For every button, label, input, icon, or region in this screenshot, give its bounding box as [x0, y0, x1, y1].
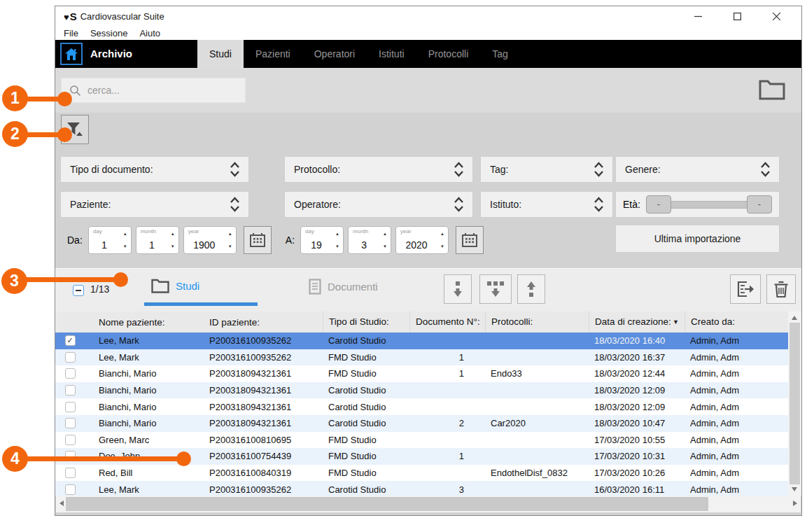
table-row[interactable]: Bianchi, Mario P200318094321361 FMD Stud…: [55, 365, 790, 382]
col-data-di-creazione[interactable]: Data di creazione: ▼: [589, 312, 685, 332]
row-checkbox[interactable]: ✓: [65, 335, 76, 346]
spinner-arrows-icon[interactable]: ▲▼: [440, 232, 444, 248]
col-protocolli[interactable]: Protocolli:: [485, 312, 589, 332]
row-checkbox-cell: [55, 402, 85, 412]
archive-folder-button[interactable]: [758, 78, 786, 102]
spinner-arrows-icon[interactable]: ▲▼: [383, 232, 387, 248]
delete-button[interactable]: [766, 274, 796, 304]
chevron-up-down-icon: [594, 162, 604, 177]
horizontal-scrollbar[interactable]: [56, 496, 801, 512]
cell-id-paziente: P200316100935262: [204, 484, 323, 495]
cell-tipo-di-studio: FMD Studio: [323, 451, 409, 461]
date-range-row: Da: day 1 ▲▼ month 1 ▲▼ year 1900 ▲▼: [60, 225, 491, 255]
spinner-arrows-icon[interactable]: ▲▼: [171, 232, 175, 248]
cell-data-di-creazione: 17/03/2020 10:31: [589, 451, 685, 461]
to-calendar-button[interactable]: [456, 226, 484, 254]
home-button[interactable]: [60, 43, 83, 65]
from-calendar-button[interactable]: [244, 226, 272, 254]
upload-icon: [526, 281, 537, 298]
col-creato-da[interactable]: Creato da:: [685, 312, 790, 332]
horizontal-scroll-thumb[interactable]: [66, 497, 708, 511]
filter-genere[interactable]: Genere:: [615, 156, 780, 183]
col-documento-n[interactable]: Documento N°:: [409, 312, 485, 332]
age-min-handle[interactable]: -: [646, 195, 671, 214]
export-button[interactable]: [730, 274, 761, 304]
filter-tag[interactable]: Tag:: [480, 156, 613, 183]
table-row[interactable]: Bianchi, Mario P200318094321361 Carotid …: [55, 415, 790, 432]
table-row[interactable]: Bianchi, Mario P200318094321361 Carotid …: [55, 382, 790, 399]
chevron-up-down-icon: [454, 162, 464, 177]
cell-protocolli: Endo33: [485, 368, 589, 379]
vertical-scrollbar[interactable]: [788, 312, 801, 496]
scroll-down-icon[interactable]: [792, 487, 797, 491]
from-month-spinner[interactable]: month 1 ▲▼: [136, 226, 179, 254]
table-row[interactable]: Green, Marc P200316100810695 FMD Studio …: [55, 432, 790, 449]
chevron-up-down-icon: [594, 197, 604, 212]
callout-4-line: [20, 456, 185, 461]
filter-operatore[interactable]: Operatore:: [284, 191, 473, 218]
close-button[interactable]: [757, 6, 796, 26]
to-year-spinner[interactable]: year 2020 ▲▼: [395, 226, 449, 254]
filter-eta: Età: - -: [615, 191, 780, 218]
table-row[interactable]: Lee, Mark P200316100935262 Carotid Studi…: [55, 481, 790, 496]
tab-tag[interactable]: Tag: [480, 40, 520, 68]
row-checkbox[interactable]: [65, 402, 76, 412]
callout-1-dot: [57, 92, 72, 106]
table-row[interactable]: ✓ Lee, Mark P200316100935262 Carotid Stu…: [55, 332, 790, 349]
to-day-spinner[interactable]: day 19 ▲▼: [300, 226, 344, 254]
menu-aiuto[interactable]: Aiuto: [139, 28, 160, 38]
last-import-button[interactable]: Ultima importazione: [615, 225, 780, 253]
from-year-spinner[interactable]: year 1900 ▲▼: [183, 226, 237, 254]
table-row[interactable]: Red, Bill P200316100840319 FMD Studio En…: [55, 465, 790, 482]
row-checkbox[interactable]: [65, 368, 76, 379]
cell-id-paziente: P200318094321361: [204, 418, 323, 428]
menu-sessione[interactable]: Sessione: [90, 28, 127, 38]
tab-operatori[interactable]: Operatori: [302, 40, 367, 68]
spinner-arrows-icon[interactable]: ▲▼: [123, 232, 127, 248]
col-tipo-di-studio[interactable]: Tipo di Studio:: [323, 312, 409, 332]
search-input[interactable]: [87, 85, 213, 96]
filter-istituto[interactable]: Istituto:: [480, 191, 613, 218]
menu-file[interactable]: File: [64, 28, 78, 38]
filter-tipo-di-documento[interactable]: Tipo di documento:: [60, 156, 249, 183]
cell-tipo-di-studio: Carotid Studio: [323, 418, 409, 428]
age-max-handle[interactable]: -: [747, 195, 772, 214]
maximize-button[interactable]: [717, 6, 757, 26]
download-one-icon: [452, 281, 463, 298]
row-checkbox[interactable]: [65, 385, 76, 396]
scroll-right-icon[interactable]: [793, 500, 797, 506]
spinner-arrows-icon[interactable]: ▲▼: [228, 232, 232, 248]
cell-id-paziente: P200316100935262: [204, 352, 323, 363]
tab-studi-list[interactable]: Studi: [151, 279, 199, 293]
to-month-spinner[interactable]: month 3 ▲▼: [348, 226, 391, 254]
folder-icon: [151, 279, 169, 293]
upload-button[interactable]: [517, 274, 545, 304]
minimize-button[interactable]: [678, 6, 717, 26]
table-row[interactable]: Bianchi, Mario P200318094321361 Carotid …: [55, 398, 790, 415]
select-all-checkbox[interactable]: [73, 285, 84, 296]
row-checkbox[interactable]: [65, 435, 76, 445]
col-id-paziente[interactable]: ID paziente:: [204, 317, 323, 328]
tab-studi[interactable]: Studi: [197, 40, 244, 68]
search-box[interactable]: [61, 78, 246, 103]
row-checkbox[interactable]: [65, 352, 76, 363]
tab-istituti[interactable]: Istituti: [367, 40, 416, 68]
tab-protocolli[interactable]: Protocolli: [416, 40, 481, 68]
row-checkbox[interactable]: [65, 484, 76, 495]
tab-documenti-list[interactable]: Documenti: [309, 279, 378, 295]
tab-pazienti[interactable]: Pazienti: [244, 40, 302, 68]
scroll-left-icon[interactable]: [59, 500, 64, 506]
from-day-spinner[interactable]: day 1 ▲▼: [88, 226, 132, 254]
scroll-up-icon[interactable]: [792, 316, 797, 320]
col-nome-paziente[interactable]: Nome paziente:: [85, 317, 204, 328]
vertical-scroll-thumb[interactable]: [790, 323, 800, 484]
filter-paziente[interactable]: Paziente:: [60, 191, 249, 218]
filter-protocollo[interactable]: Protocollo:: [284, 156, 473, 183]
download-selected-button[interactable]: [444, 274, 472, 304]
age-slider-track[interactable]: [669, 201, 749, 209]
row-checkbox[interactable]: [65, 468, 76, 478]
spinner-arrows-icon[interactable]: ▲▼: [335, 232, 339, 248]
table-row[interactable]: Lee, Mark P200316100935262 FMD Studio 1 …: [55, 349, 790, 366]
download-all-button[interactable]: [479, 274, 512, 304]
row-checkbox[interactable]: [65, 418, 76, 428]
